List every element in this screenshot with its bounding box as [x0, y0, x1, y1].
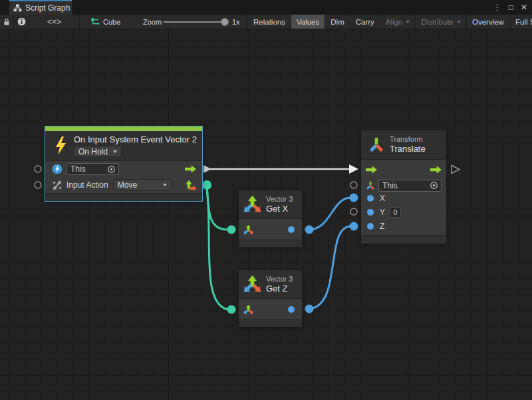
transform-category: Transform [390, 135, 426, 144]
flow-input-arrow-icon[interactable] [366, 166, 377, 174]
script-graph-window: Script Graph ⋮ □ ✕ <×> [0, 0, 532, 400]
getx-node-footer [239, 240, 302, 247]
event-accent-bar [45, 126, 202, 131]
gameobject-icon [52, 164, 63, 174]
relations-button[interactable]: Relations [248, 15, 291, 29]
chevron-down-icon [406, 21, 410, 23]
event-target-field[interactable]: This [66, 163, 119, 175]
tab-title: Script Graph [25, 3, 70, 13]
vector3-icon [243, 276, 261, 294]
tab-bar: Script Graph ⋮ □ ✕ [0, 0, 532, 15]
transform-y-label: Y [380, 208, 385, 217]
window-menu-icon[interactable]: ⋮ [493, 3, 501, 12]
transform-target-field[interactable]: This [378, 180, 442, 192]
node-get-z[interactable]: Vector 3 Get Z [238, 270, 303, 327]
event-title: On Input System Event Vector 2 [74, 134, 197, 145]
lock-button[interactable] [0, 15, 14, 29]
script-graph-icon [13, 4, 22, 12]
getx-category: Vector 3 [266, 195, 293, 204]
target-picker-icon[interactable] [430, 181, 438, 190]
event-action-dropdown[interactable]: Move [113, 179, 172, 191]
flow-output-arrow-icon[interactable] [430, 166, 442, 174]
transform-title: Translate [390, 144, 426, 154]
vector3-icon [243, 196, 261, 214]
vector3-input-port-icon[interactable] [243, 305, 253, 315]
graph-toolbar: <×> Cube Zoom 1x Relations Values Dim Ca… [0, 15, 532, 29]
close-icon[interactable]: ✕ [521, 3, 527, 12]
transform-z-label: Z [380, 222, 384, 231]
zoom-slider-handle[interactable] [221, 18, 229, 26]
vector3-input-port-icon[interactable] [243, 225, 253, 235]
transform-node-footer [361, 235, 446, 244]
distribute-dropdown[interactable]: Distribute [416, 15, 467, 29]
event-mode-dropdown[interactable]: On Hold [74, 146, 122, 157]
getz-output-port[interactable] [288, 306, 295, 313]
align-dropdown[interactable]: Align [380, 15, 416, 29]
transform-y-port[interactable] [367, 209, 374, 216]
transform-x-port[interactable] [367, 195, 374, 202]
chevron-down-icon [113, 150, 117, 153]
target-picker-icon[interactable] [107, 165, 116, 174]
code-view-icon: <×> [47, 17, 61, 27]
getx-title: Get X [266, 204, 293, 214]
node-get-x[interactable]: Vector 3 Get X [238, 190, 303, 248]
breadcrumb-label: Cube [103, 18, 120, 26]
toolbar-toggles: Relations Values Dim Carry Align Distrib… [247, 15, 532, 29]
carry-button[interactable]: Carry [350, 15, 380, 29]
input-action-icon [52, 180, 63, 190]
breadcrumb[interactable]: Cube [87, 15, 124, 29]
lock-icon [3, 18, 10, 26]
dim-button[interactable]: Dim [325, 15, 350, 29]
transform-port-icon [366, 180, 375, 191]
getz-category: Vector 3 [266, 275, 293, 284]
lightning-icon [53, 135, 68, 156]
info-button[interactable] [14, 15, 29, 29]
node-on-input-system-event[interactable]: On Input System Event Vector 2 On Hold T… [45, 126, 203, 202]
transform-z-port[interactable] [367, 223, 374, 230]
chevron-down-icon [163, 184, 167, 186]
info-icon [17, 17, 26, 26]
vector2-output-icon[interactable] [185, 180, 197, 191]
window-controls: ⋮ □ ✕ [493, 0, 527, 15]
getx-output-port[interactable] [288, 226, 295, 233]
fullscreen-button[interactable]: Full Screen [510, 15, 532, 29]
tab-script-graph[interactable]: Script Graph [9, 0, 72, 15]
event-action-label: Input Action [66, 180, 108, 190]
maximize-icon[interactable]: □ [509, 3, 513, 12]
chevron-down-icon [457, 21, 461, 23]
graph-reference-icon [91, 18, 100, 26]
zoom-label: Zoom [143, 15, 162, 29]
values-button[interactable]: Values [291, 15, 325, 29]
zoom-value: 1x [232, 15, 240, 29]
zoom-slider-track[interactable] [164, 21, 229, 23]
getz-node-footer [239, 319, 302, 327]
transform-x-label: X [380, 194, 385, 203]
code-view-button[interactable]: <×> [29, 15, 80, 29]
getz-title: Get Z [266, 284, 293, 294]
overview-button[interactable]: Overview [467, 15, 510, 29]
event-node-footer [45, 193, 202, 201]
transform-icon [368, 136, 384, 154]
flow-output-arrow-icon[interactable] [185, 165, 196, 173]
transform-y-value-field[interactable]: 0 [390, 207, 401, 218]
node-transform-translate[interactable]: Transform Translate This [360, 130, 447, 244]
